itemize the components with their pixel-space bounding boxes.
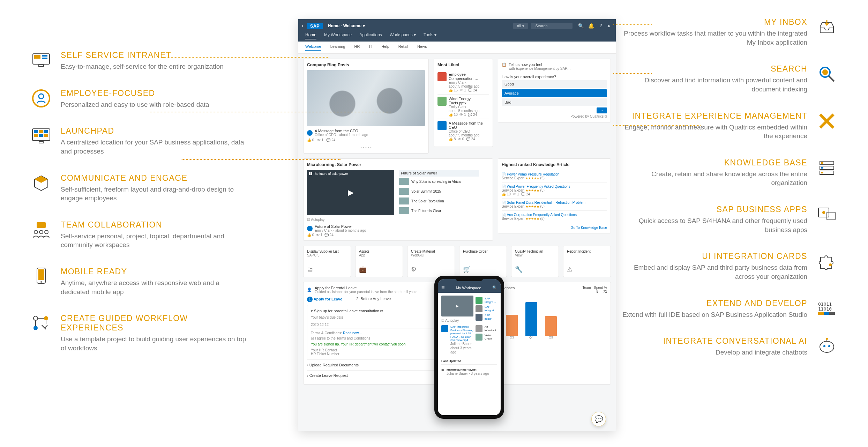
- bot-icon: [817, 336, 837, 356]
- video-player[interactable]: 🅴 The future of solar power: [307, 170, 394, 215]
- nav-home[interactable]: Home: [305, 32, 316, 39]
- agree-checkbox[interactable]: ☑ I agree to the Terms and Conditions: [311, 336, 447, 340]
- svg-rect-12: [39, 134, 43, 137]
- svg-rect-17: [37, 222, 46, 228]
- help-icon[interactable]: ？: [598, 23, 603, 29]
- svg-rect-37: [827, 212, 835, 220]
- blog-header: Company Blog Posts: [307, 62, 425, 67]
- date-input[interactable]: 2020-12-12 📅: [311, 321, 447, 328]
- svg-point-46: [823, 345, 825, 347]
- blog-card: Company Blog Posts A Message from the CE…: [303, 59, 429, 154]
- svg-rect-11: [34, 134, 38, 137]
- exp-option-bad[interactable]: Bad: [502, 98, 607, 106]
- feature-communicate: COMMUNICATE AND ENGAGESelf-sufficient, f…: [31, 173, 248, 203]
- chart-bar: [506, 315, 518, 336]
- phone-search-icon[interactable]: 🔍: [492, 285, 497, 290]
- svg-rect-10: [44, 130, 48, 133]
- back-icon[interactable]: ‹: [302, 23, 303, 28]
- svg-line-29: [829, 76, 834, 81]
- launchpad-icon: [31, 126, 51, 146]
- svg-point-23: [40, 281, 42, 283]
- nav-applications[interactable]: Applications: [359, 32, 382, 39]
- binary-icon: 0101111010: [817, 299, 837, 318]
- svg-point-19: [39, 230, 43, 234]
- nav-workspace[interactable]: My Workspace: [324, 32, 352, 39]
- app-tiles-row: Display Supplier ListSAPUI5🗂 AssetsApp💼 …: [298, 246, 616, 277]
- svg-rect-34: [821, 167, 823, 169]
- workflow-icon: [31, 314, 51, 333]
- svg-rect-1: [34, 55, 40, 59]
- search-icon[interactable]: 🔍: [578, 23, 584, 29]
- tile-display-supplier[interactable]: Display Supplier ListSAPUI5🗂: [303, 246, 351, 277]
- svg-point-6: [39, 94, 44, 99]
- experience-card: 📋Tell us how you feelwith Experience Man…: [498, 59, 611, 122]
- feature-ui-cards: UI INTEGRATION CARDSEmbed and display SA…: [620, 252, 837, 281]
- svg-rect-14: [39, 141, 43, 143]
- filter-dropdown[interactable]: All ▾: [513, 23, 527, 29]
- svg-text:11010: 11010: [818, 306, 832, 312]
- svg-rect-2: [42, 55, 47, 57]
- list-item[interactable]: Wind Energy Facts.pptxEmily Clarkabout 5…: [437, 94, 489, 119]
- tile-report-incident[interactable]: Report Incident⚠: [563, 246, 611, 277]
- carousel-dots[interactable]: • • • • •: [307, 146, 425, 150]
- svg-point-18: [34, 230, 38, 234]
- svg-point-47: [828, 345, 830, 347]
- feature-search: SEARCHDiscover and find information with…: [620, 64, 837, 94]
- svg-marker-16: [35, 176, 48, 183]
- tile-purchase-order[interactable]: Purchase Order🛒: [459, 246, 507, 277]
- feature-guided-workflow: CREATE GUIDED WORKFLOW EXPERIENCESUse a …: [31, 314, 248, 352]
- feature-desc: Easy-to-manage, self-service for the ent…: [61, 62, 248, 71]
- svg-rect-44: [829, 312, 835, 315]
- blog-hero-image: [307, 70, 425, 126]
- feature-extend-develop: 0101111010 EXTEND AND DEVELOPExtend with…: [620, 299, 837, 319]
- kb-link[interactable]: Go To Knowledge Base: [571, 226, 607, 230]
- left-feature-column: SELF SERVICE INTRANETEasy-to-manage, sel…: [31, 51, 248, 370]
- feature-team-collab: TEAM COLLABORATIONSelf-service personal,…: [31, 220, 248, 249]
- mobile-icon: [31, 267, 51, 286]
- svg-rect-35: [821, 172, 823, 173]
- apps-icon: [817, 205, 837, 224]
- nav-workspaces[interactable]: Workspaces ▾: [390, 32, 416, 39]
- feature-employee-focused: EMPLOYEE-FOCUSEDPersonalized and easy to…: [31, 89, 248, 109]
- svg-point-39: [829, 263, 832, 266]
- svg-point-38: [822, 211, 825, 214]
- feature-title: SELF SERVICE INTRANET: [61, 51, 248, 60]
- svg-point-20: [45, 230, 48, 234]
- kb-card: Highest ranked Knowledge Article 📄 Power…: [498, 158, 611, 233]
- list-item[interactable]: Employee Compensation …Emily Clarkabout …: [437, 70, 489, 94]
- feature-business-apps: SAP BUSINESS APPSQuick access to SAP S/4…: [620, 205, 837, 234]
- right-feature-column: MY INBOXProcess workflow tasks that matt…: [620, 17, 837, 374]
- tile-create-material[interactable]: Create MaterialWebGUI⚙: [407, 246, 455, 277]
- sub-nav: Welcome Learning HR IT Help Retail News: [298, 42, 616, 54]
- svg-text:01011: 01011: [818, 301, 832, 307]
- avatar[interactable]: ●: [607, 23, 610, 29]
- chatbot-launcher[interactable]: 💬: [591, 412, 606, 426]
- nav-tools[interactable]: Tools ▾: [424, 32, 436, 39]
- stack-icon: [817, 158, 837, 178]
- person-icon: [31, 89, 51, 108]
- svg-rect-8: [34, 130, 38, 133]
- tile-quality-tech[interactable]: Quality TechnicianView🔧: [511, 246, 559, 277]
- exp-option-average[interactable]: Average: [502, 89, 607, 97]
- primary-nav: Home My Workspace Applications Workspace…: [298, 32, 616, 42]
- tile-assets[interactable]: AssetsApp💼: [355, 246, 403, 277]
- phone-menu-icon[interactable]: ☰: [441, 285, 445, 290]
- phone-video[interactable]: [441, 296, 473, 316]
- list-item[interactable]: A Message from the CEOOffice of CEOabout…: [437, 119, 489, 143]
- subnav-welcome[interactable]: Welcome: [305, 44, 321, 51]
- feature-conversational-ai: INTEGRATE CONVERSATIONAL AIDevelop and i…: [620, 336, 837, 357]
- svg-rect-42: [818, 312, 824, 315]
- search-input[interactable]: Search: [531, 23, 573, 29]
- svg-point-24: [33, 316, 38, 320]
- svg-rect-13: [44, 134, 48, 137]
- intranet-icon: [31, 51, 51, 70]
- page-title[interactable]: Home - Welcome ▾: [328, 23, 365, 28]
- sap-logo: SAP: [307, 23, 323, 29]
- mobile-phone-mock: ☰ My Workspace 🔍 ☑ Autoplay SAP Integra……: [434, 276, 504, 419]
- author-avatar: [307, 130, 313, 136]
- feature-inbox: MY INBOXProcess workflow tasks that matt…: [620, 17, 837, 47]
- svg-point-28: [822, 69, 828, 75]
- notification-icon[interactable]: 🔔: [588, 23, 594, 29]
- exp-option-good[interactable]: Good: [502, 80, 607, 88]
- next-button[interactable]: →: [597, 107, 607, 113]
